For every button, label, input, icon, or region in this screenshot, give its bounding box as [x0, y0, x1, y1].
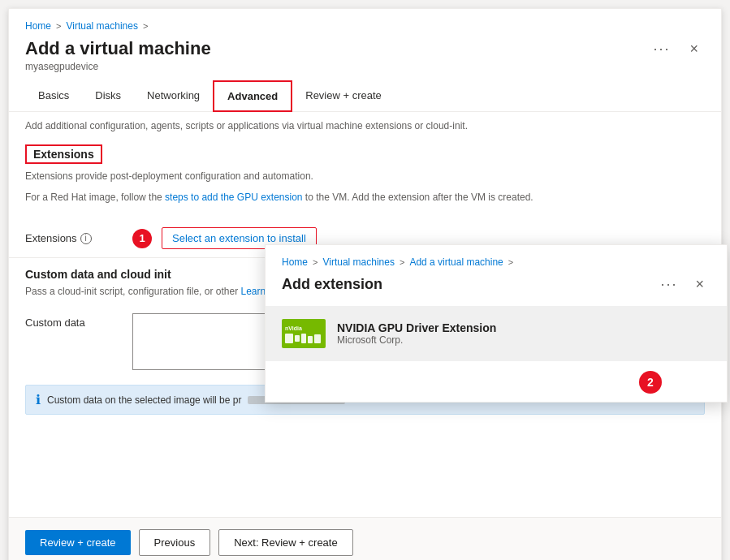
overlay-sep-1: >: [313, 257, 317, 267]
info-bar-icon: ℹ: [36, 392, 41, 407]
svg-rect-4: [301, 334, 306, 343]
extensions-field-label: Extensions i: [25, 232, 123, 244]
footer: Review + create Previous Next: Review + …: [9, 517, 721, 560]
overlay-close-button[interactable]: ×: [689, 274, 711, 295]
page-title: Add a virtual machine: [25, 38, 211, 59]
overlay-breadcrumb-vm[interactable]: Virtual machines: [322, 256, 395, 268]
extensions-desc2: For a Red Hat image, follow the steps to…: [25, 190, 705, 205]
overlay-panel: Home > Virtual machines > Add a virtual …: [265, 244, 728, 403]
info-bar-text-visible: Custom data on the selected image will b…: [47, 394, 241, 406]
overlay-breadcrumb-home[interactable]: Home: [282, 256, 308, 268]
tab-networking[interactable]: Networking: [134, 80, 213, 112]
overlay-spacer: 2: [266, 361, 727, 402]
extensions-desc2-suffix: to the VM. Add the extension after the V…: [305, 192, 533, 203]
breadcrumb-vm[interactable]: Virtual machines: [66, 20, 138, 32]
overlay-title: Add extension: [282, 276, 382, 293]
breadcrumb-sep-1: >: [56, 21, 61, 31]
extensions-desc1: Extensions provide post-deployment confi…: [25, 169, 705, 183]
page-subtitle: myasegpudevice: [9, 61, 721, 80]
tab-disks[interactable]: Disks: [82, 80, 134, 112]
overlay-breadcrumb: Home > Virtual machines > Add a virtual …: [266, 245, 727, 271]
tab-review-create[interactable]: Review + create: [292, 80, 395, 112]
svg-rect-2: [285, 334, 293, 343]
page-header: Add a virtual machine ··· ×: [9, 35, 721, 61]
tabs-container: Basics Disks Networking Advanced Review …: [9, 80, 721, 112]
overlay-sep-2: >: [400, 257, 404, 267]
svg-rect-3: [295, 335, 300, 342]
overlay-sep-3: >: [508, 257, 513, 267]
custom-data-label: Custom data: [25, 313, 123, 329]
extensions-title: Extensions: [25, 144, 102, 164]
breadcrumb-home[interactable]: Home: [25, 20, 51, 32]
main-window: Home > Virtual machines > Add a virtual …: [8, 8, 722, 560]
breadcrumb: Home > Virtual machines >: [9, 9, 721, 35]
step-badge-2: 2: [639, 371, 662, 394]
extension-item[interactable]: nVidia NVIDIA GPU Driver Extension Micro…: [266, 306, 727, 361]
overlay-breadcrumb-add-vm[interactable]: Add a virtual machine: [409, 256, 503, 268]
cloud-init-desc-prefix: Pass a cloud-init script, configuration …: [25, 286, 238, 297]
tab-basics[interactable]: Basics: [25, 80, 82, 112]
previous-button[interactable]: Previous: [139, 529, 211, 556]
overlay-header-actions: ··· ×: [655, 274, 711, 295]
nvidia-logo: nVidia: [282, 317, 326, 350]
tab-description: Add additional configuration, agents, sc…: [9, 112, 721, 144]
breadcrumb-sep-2: >: [143, 21, 148, 31]
tab-advanced[interactable]: Advanced: [213, 80, 292, 112]
overlay-ellipsis-button[interactable]: ···: [655, 274, 682, 295]
page-title-actions: ··· ×: [648, 39, 705, 59]
extensions-label-text: Extensions: [25, 232, 77, 244]
overlay-header: Add extension ··· ×: [266, 271, 727, 306]
page-ellipsis-button[interactable]: ···: [648, 39, 675, 59]
extensions-gpu-link[interactable]: steps to add the GPU extension: [165, 192, 302, 203]
extensions-section: Extensions Extensions provide post-deplo…: [9, 144, 721, 219]
extension-name: NVIDIA GPU Driver Extension: [337, 321, 496, 334]
review-create-button[interactable]: Review + create: [25, 530, 131, 555]
svg-rect-5: [308, 336, 313, 343]
next-button[interactable]: Next: Review + create: [218, 529, 353, 556]
svg-text:nVidia: nVidia: [285, 325, 302, 331]
nvidia-logo-svg: nVidia: [282, 319, 326, 348]
svg-rect-6: [314, 334, 321, 343]
step-badge-1: 1: [132, 229, 152, 248]
extensions-info-icon[interactable]: i: [80, 233, 92, 244]
extension-info: NVIDIA GPU Driver Extension Microsoft Co…: [337, 321, 496, 346]
extension-vendor: Microsoft Corp.: [337, 334, 496, 346]
page-close-button[interactable]: ×: [683, 39, 705, 59]
extensions-desc2-prefix: For a Red Hat image, follow the: [25, 192, 165, 203]
